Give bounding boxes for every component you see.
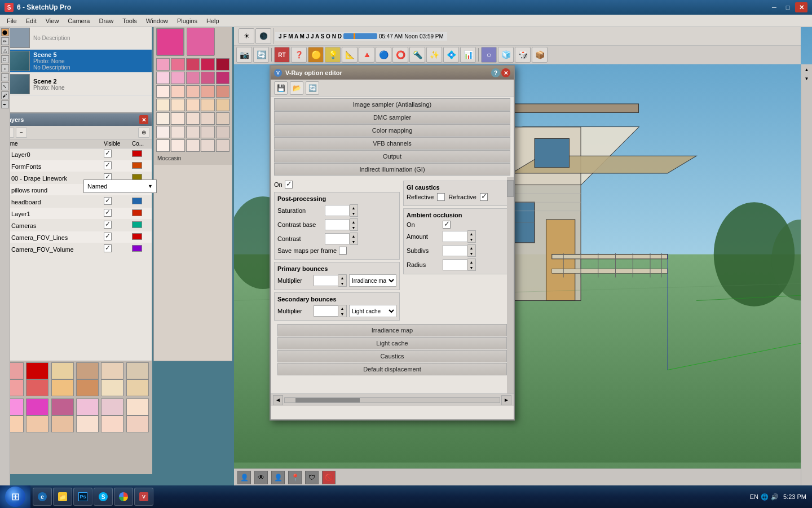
layer-color-fov-lines[interactable] xyxy=(130,231,152,243)
swatch-10[interactable] xyxy=(76,379,99,396)
mat-swatch-31[interactable] xyxy=(156,139,170,152)
vray-spot-btn[interactable]: 🔦 xyxy=(409,47,425,63)
mat-swatch-2[interactable] xyxy=(171,58,184,71)
swatch-16[interactable] xyxy=(76,398,99,415)
left-tool-1[interactable]: ⬤ xyxy=(1,28,9,36)
swatch-23[interactable] xyxy=(101,415,123,432)
layer-vis-cameras[interactable] xyxy=(102,220,130,231)
layer-vis-layer1[interactable] xyxy=(102,208,130,220)
layers-delete-btn[interactable]: − xyxy=(16,128,27,138)
vray-section-irradiance-map[interactable]: Irradiance map xyxy=(277,324,507,336)
taskbar-chrome[interactable] xyxy=(114,488,133,506)
right-tool-scroll-down[interactable]: ▼ xyxy=(803,75,811,82)
start-button[interactable]: ⊞ xyxy=(0,485,30,508)
layers-settings-btn[interactable]: ⊕ xyxy=(138,128,149,138)
left-tool-3[interactable]: △ xyxy=(1,46,9,54)
mat-swatch-13[interactable] xyxy=(186,85,200,98)
swatch-4[interactable] xyxy=(76,362,99,379)
contrast-input[interactable]: 1.1 xyxy=(325,233,350,244)
swatch-18[interactable] xyxy=(126,398,149,415)
mat-swatch-22[interactable] xyxy=(171,112,184,125)
right-tool-scroll-up[interactable]: ▲ xyxy=(803,65,811,73)
ao-amount-input[interactable]: 0.9 xyxy=(443,231,467,242)
layer-color-headboard[interactable] xyxy=(130,196,152,208)
mat-swatch-34[interactable] xyxy=(201,139,214,152)
vray-mesh-btn[interactable]: 📊 xyxy=(460,47,476,63)
status-icon-2[interactable]: 👁 xyxy=(254,471,268,484)
layer-color-formfonts[interactable] xyxy=(130,160,152,172)
menu-tools[interactable]: Tools xyxy=(118,16,142,25)
mat-swatch-14[interactable] xyxy=(201,85,214,98)
mat-swatch-11[interactable] xyxy=(156,85,170,98)
taskbar-ie[interactable]: e xyxy=(33,488,52,506)
saturation-up[interactable]: ▲ xyxy=(350,205,358,211)
menu-window[interactable]: Window xyxy=(142,16,173,25)
swatch-11[interactable] xyxy=(101,379,123,396)
swatch-9[interactable] xyxy=(51,379,74,396)
vray-scroll-thumb[interactable] xyxy=(507,180,514,197)
layer-swatch-formfonts[interactable] xyxy=(132,162,142,169)
vray-scroll-track[interactable] xyxy=(284,397,500,403)
layer-color-layer1[interactable] xyxy=(130,208,152,220)
layer-vis-layer0[interactable] xyxy=(102,148,130,160)
menu-camera[interactable]: Camera xyxy=(63,16,94,25)
layer-vis-check-layer0[interactable] xyxy=(104,150,112,157)
layer-vis-fov-volume[interactable] xyxy=(102,243,130,255)
left-tool-4[interactable]: □ xyxy=(1,55,9,63)
mat-swatch-6[interactable] xyxy=(156,72,170,84)
close-button[interactable]: ✕ xyxy=(795,2,807,12)
left-tool-7[interactable]: ⤡ xyxy=(1,82,9,90)
primary-type-dropdown[interactable]: Irradiance ma Brute force Light cache Ph… xyxy=(349,274,396,287)
mat-swatch-17[interactable] xyxy=(171,99,184,111)
status-icon-4[interactable]: 📍 xyxy=(288,471,302,484)
vray-material-btn[interactable]: 🟡 xyxy=(308,47,324,63)
swatch-8[interactable] xyxy=(26,379,48,396)
vray-section-caustics[interactable]: Caustics xyxy=(277,350,507,362)
primary-mult-up[interactable]: ▲ xyxy=(338,275,346,281)
vray-section-vfb[interactable]: VFB channels xyxy=(274,137,510,150)
swatch-2[interactable] xyxy=(26,362,48,379)
layer-color-layer0[interactable] xyxy=(130,148,152,160)
status-icon-3[interactable]: 👤 xyxy=(271,471,285,484)
vray-section-output[interactable]: Output xyxy=(274,150,510,163)
layer-color-fov-volume[interactable] xyxy=(130,243,152,255)
vray-ambient-btn[interactable]: ✨ xyxy=(426,47,442,63)
secondary-mult-up[interactable]: ▲ xyxy=(338,305,346,311)
taskbar-skype[interactable]: S xyxy=(94,488,113,506)
mat-swatch-23[interactable] xyxy=(186,112,200,125)
layer-swatch-cameras[interactable] xyxy=(132,221,142,228)
swatch-5[interactable] xyxy=(101,362,123,379)
layer-vis-fov-lines[interactable] xyxy=(102,231,130,243)
vray-render-btn[interactable]: RT xyxy=(274,47,290,63)
layer-vis-check-headboard[interactable] xyxy=(104,197,112,205)
vray-ies-btn[interactable]: 💠 xyxy=(443,47,459,63)
contrast-base-down[interactable]: ▼ xyxy=(350,225,358,230)
menu-plugins[interactable]: Plugins xyxy=(173,16,202,25)
mat-swatch-26[interactable] xyxy=(156,126,170,138)
vray-cube3[interactable]: 📦 xyxy=(532,47,548,63)
menu-draw[interactable]: Draw xyxy=(94,16,118,25)
taskbar-photoshop[interactable]: Ps xyxy=(73,488,92,506)
mat-swatch-8[interactable] xyxy=(186,72,200,84)
mat-swatch-25[interactable] xyxy=(216,112,230,125)
minimize-button[interactable]: ─ xyxy=(768,2,780,12)
ao-radius-down[interactable]: ▼ xyxy=(467,265,475,270)
sun-position-btn[interactable]: ☀ xyxy=(239,28,254,44)
mat-swatch-29[interactable] xyxy=(201,126,214,138)
left-tool-5[interactable]: ⬦ xyxy=(1,64,9,72)
vray-nav-right[interactable]: ► xyxy=(501,395,511,405)
swatch-21[interactable] xyxy=(51,415,74,432)
layers-close-button[interactable]: ✕ xyxy=(139,115,148,124)
secondary-type-dropdown[interactable]: Light cache None Brute force Photon map xyxy=(349,305,396,317)
vray-section-default-displacement[interactable]: Default displacement xyxy=(277,363,507,375)
ao-amount-up[interactable]: ▲ xyxy=(467,231,475,237)
layer-color-cameras[interactable] xyxy=(130,220,152,231)
layer-swatch-fov-volume[interactable] xyxy=(132,245,142,252)
contrast-base-up[interactable]: ▲ xyxy=(350,219,358,225)
mat-swatch-19[interactable] xyxy=(201,99,214,111)
left-tool-6[interactable]: 〰 xyxy=(1,73,9,81)
orbit-tool[interactable]: 🔄 xyxy=(253,47,269,63)
layer-vis-headboard[interactable] xyxy=(102,196,130,208)
taskbar-explorer[interactable]: 📁 xyxy=(53,488,72,506)
taskbar-vray[interactable]: V xyxy=(134,488,153,506)
